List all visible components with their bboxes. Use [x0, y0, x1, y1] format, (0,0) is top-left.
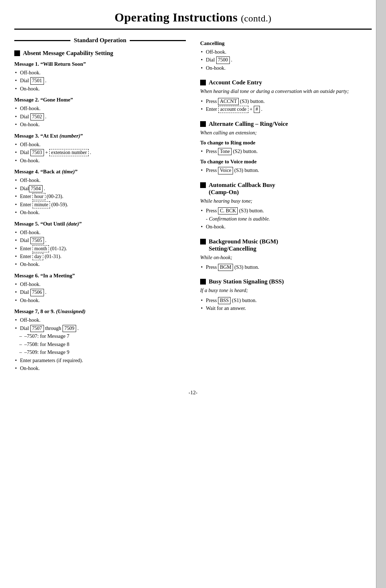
list-item: Enter day (01-31). — [14, 252, 186, 260]
list-item: Off-hook. — [14, 69, 186, 76]
message-789-list: Off-hook. Dial 7507 through 7509 . –7507… — [14, 316, 186, 372]
code-7504: 7504 — [29, 185, 43, 192]
message-6-heading: Message 6. “In a Meeting” — [14, 273, 186, 279]
bgm-list: Press BGM (S3) button. — [200, 263, 372, 271]
title-rule — [14, 29, 372, 30]
ring-mode-list: Press Tone (S2) button. — [200, 147, 372, 155]
code-7502: 7502 — [30, 113, 44, 120]
page: Operating Instructions (contd.) Standard… — [0, 0, 386, 588]
bss-heading: Busy Station Signaling (BSS) — [200, 278, 372, 285]
list-item: Dial 7502 . — [14, 113, 186, 120]
right-column: Cancelling Off-hook. Dial 7500 . On-hook… — [197, 37, 372, 320]
cancelling-list: Off-hook. Dial 7500 . On-hook. — [200, 48, 372, 72]
account-code-section: Account Code Entry When hearing dial ton… — [200, 79, 372, 113]
auto-callback-desc: While hearing busy tone; — [200, 197, 372, 204]
section-bullet — [200, 279, 206, 285]
code-account-code: account code — [218, 106, 248, 113]
section-bullet — [200, 80, 206, 85]
message-2-block: Message 2. “Gone Home” Off-hook. Dial 75… — [14, 97, 186, 128]
code-accnt: ACCNT — [218, 98, 238, 105]
message-3-block: Message 3. “At Ext (number)” Off-hook. D… — [14, 133, 186, 164]
list-item: Enter parameters (if required). — [14, 356, 186, 364]
code-day: day — [33, 253, 43, 260]
bgm-desc: While on-hook; — [200, 254, 372, 261]
cancelling-heading: Cancelling — [200, 40, 372, 46]
list-item: Off-hook. — [14, 228, 186, 236]
list-item: Press C. BCK (S3) button. — [200, 207, 372, 214]
list-item: Dial 7506 . — [14, 288, 186, 296]
header-line-right — [130, 40, 186, 41]
bss-list: Press BSS (S1) button. Wait for an answe… — [200, 296, 372, 312]
list-item: Press ACCNT (S3) button. — [200, 97, 372, 105]
alternate-calling-desc: When calling an extension; — [200, 129, 372, 136]
list-item: Enter account code + # . — [200, 105, 372, 113]
section-bullet — [200, 182, 206, 188]
cancelling-section: Cancelling Off-hook. Dial 7500 . On-hook… — [200, 40, 372, 72]
code-7505: 7505 — [30, 237, 44, 244]
code-bgm: BGM — [218, 264, 233, 271]
list-item: On-hook. — [14, 157, 186, 164]
two-column-layout: Standard Operation Absent Message Capabi… — [14, 37, 372, 379]
absent-message-heading: Absent Message Capability Setting — [14, 50, 186, 57]
code-tone: Tone — [218, 148, 232, 155]
list-item: Press Voice (S3) button. — [200, 166, 372, 174]
message-2-list: Off-hook. Dial 7502 . On-hook. — [14, 104, 186, 128]
voice-mode-heading: To change to Voice mode — [200, 159, 372, 165]
list-item: Dial 7501 . — [14, 76, 186, 84]
code-minute: minute — [33, 201, 50, 208]
code-voice: Voice — [218, 167, 233, 174]
code-7509: 7509 — [63, 325, 76, 332]
message-4-list: Off-hook. Dial7504 . Enter hour (00-23).… — [14, 176, 186, 216]
list-item: On-hook. — [200, 223, 372, 231]
list-item: On-hook. — [14, 208, 186, 216]
message-4-block: Message 4. “Back at (time)” Off-hook. Di… — [14, 169, 186, 216]
message-5-block: Message 5. “Out Until (date)” Off-hook. … — [14, 221, 186, 268]
section-bullet — [14, 50, 20, 56]
message-3-list: Off-hook. Dial 7503 + extension number .… — [14, 140, 186, 164]
auto-callback-section: Automatic Callback Busy(Camp-On) While h… — [200, 182, 372, 231]
code-7506: 7506 — [30, 289, 44, 296]
code-7501: 7501 — [30, 77, 44, 84]
alternate-calling-section: Alternate Calling – Ring/Voice When call… — [200, 120, 372, 174]
code-7507: 7507 — [30, 325, 44, 332]
list-item: –7509: for Message 9 — [14, 348, 186, 356]
list-item: Off-hook. — [14, 140, 186, 148]
message-1-heading: Message 1. “Will Return Soon” — [14, 61, 186, 67]
message-3-heading: Message 3. “At Ext (number)” — [14, 133, 186, 139]
list-item: –7507: for Message 7 — [14, 332, 186, 340]
section-bullet — [200, 239, 206, 244]
message-5-list: Off-hook. Dial 7505 . Enter month (01-12… — [14, 228, 186, 268]
message-2-heading: Message 2. “Gone Home” — [14, 97, 186, 103]
code-7500: 7500 — [216, 56, 230, 64]
list-item: Dial 7503 + extension number . — [14, 148, 186, 156]
scrollbar[interactable] — [376, 0, 386, 588]
list-item: Dial 7500 . — [200, 56, 372, 64]
list-item: Off-hook. — [200, 48, 372, 56]
alternate-calling-heading: Alternate Calling – Ring/Voice — [200, 120, 372, 128]
code-bss: BSS — [218, 297, 231, 304]
code-extension-number: extension number — [49, 149, 89, 156]
list-item: On-hook. — [14, 120, 186, 128]
absent-message-section: Absent Message Capability Setting Messag… — [14, 50, 186, 372]
message-5-heading: Message 5. “Out Until (date)” — [14, 221, 186, 227]
code-month: month — [33, 245, 49, 252]
left-column: Standard Operation Absent Message Capabi… — [14, 37, 186, 379]
bgm-heading: Background Music (BGM)Setting/Cancelling — [200, 238, 372, 252]
account-code-heading: Account Code Entry — [200, 79, 372, 86]
list-item: Press Tone (S2) button. — [200, 147, 372, 155]
message-6-block: Message 6. “In a Meeting” Off-hook. Dial… — [14, 273, 186, 304]
bss-desc: If a busy tone is heard; — [200, 287, 372, 294]
list-item: On-hook. — [200, 64, 372, 72]
code-7503: 7503 — [30, 149, 44, 156]
voice-mode-list: Press Voice (S3) button. — [200, 166, 372, 174]
bss-section: Busy Station Signaling (BSS) If a busy t… — [200, 278, 372, 312]
confirmation-note: - Confirmation tone is audible. — [200, 215, 372, 223]
list-item: On-hook. — [14, 260, 186, 268]
list-item: –7508: for Message 8 — [14, 340, 186, 348]
message-1-list: Off-hook. Dial 7501 . On-hook. — [14, 69, 186, 93]
list-item: Off-hook. — [14, 104, 186, 112]
page-title: Operating Instructions (contd.) — [14, 11, 372, 24]
account-code-desc: When hearing dial tone or during a conve… — [200, 88, 372, 95]
message-4-heading: Message 4. “Back at (time)” — [14, 169, 186, 175]
list-item: Off-hook. — [14, 176, 186, 184]
